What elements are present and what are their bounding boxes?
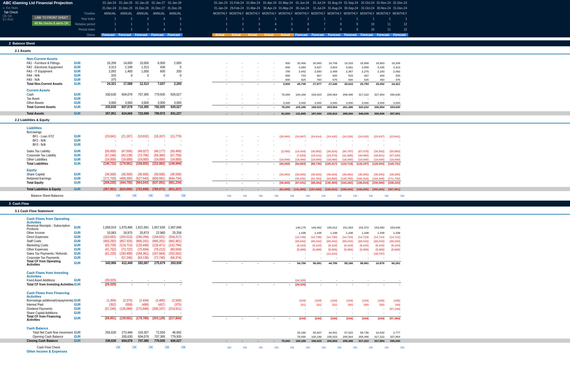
- monthly-col: 2: [229, 23, 245, 26]
- table-row: FA4 - N/AEUR3330000----80073366760053346…: [0, 73, 570, 77]
- monthly-col: 4: [261, 23, 278, 26]
- table-row: OKBalance Sheet BalancesOKOKOKOKOKOKOKOK…: [0, 193, 570, 198]
- annual-col: 31-Dec-25: [117, 7, 134, 10]
- monthly-col: MONTHLY: [310, 12, 327, 15]
- monthly-col: 30-Apr-24: [261, 7, 278, 10]
- monthly-col: 3: [245, 23, 261, 26]
- annual-col: 31-Dec-24: [101, 7, 117, 10]
- monthly-col: 2: [229, 28, 245, 31]
- annual-col: Forecast: [134, 33, 150, 36]
- monthly-col: 01-Feb-24: [229, 1, 245, 4]
- monthly-col: MONTHLY: [392, 12, 408, 15]
- monthly-col: Actual: [212, 33, 229, 36]
- monthly-col: 11: [376, 28, 392, 31]
- monthly-col: 10: [359, 23, 376, 26]
- annual-col: 31-Dec-26: [134, 7, 150, 10]
- annual-col: 4: [150, 28, 166, 31]
- link-front-sheet-button[interactable]: LINK TO FRONT SHEET: [32, 15, 71, 20]
- monthly-col: MONTHLY: [294, 12, 310, 15]
- monthly-col: 4: [261, 28, 278, 31]
- monthly-col: Forecast: [327, 33, 343, 36]
- monthly-col: 7: [310, 23, 327, 26]
- monthly-col: 31-Aug-24: [327, 7, 343, 10]
- monthly-col: 12: [392, 23, 408, 26]
- annual-col: 01-Jan-24: [101, 1, 117, 4]
- table-row: Borrowings additional/(repayments)EUR(1,…: [0, 298, 570, 302]
- monthly-col: 1: [294, 17, 310, 20]
- monthly-col: Forecast: [376, 33, 392, 36]
- table-row: Liabilities: [0, 126, 570, 130]
- monthly-col: 01-Nov-24: [376, 1, 392, 4]
- annual-col: 4: [150, 17, 166, 20]
- annual-col: ANNUAL: [117, 12, 134, 15]
- table-row: Staff CostsEUR(455,292)(857,325)(900,191…: [0, 239, 570, 243]
- monthly-col: 30-Sep-24: [343, 7, 359, 10]
- annual-col: 1: [101, 23, 117, 26]
- annual-col: 01-Jan-28: [166, 1, 183, 4]
- monthly-col: 6: [294, 28, 310, 31]
- monthly-col: 1: [392, 17, 408, 20]
- table-row: Dividend PaymentsEUR(57,240)(136,068)(17…: [0, 307, 570, 311]
- table-row: Cash Balance: [0, 326, 570, 330]
- annual-col: 1: [134, 23, 150, 26]
- monthly-col: 29-Feb-24: [229, 7, 245, 10]
- annual-col: Forecast: [117, 33, 134, 36]
- annual-col: ANNUAL: [101, 12, 117, 15]
- table-row: Total CF from Financing ActivitiesEUR(58…: [0, 315, 570, 321]
- monthly-col: 1: [229, 17, 245, 20]
- monthly-col: 30-Jun-24: [294, 7, 310, 10]
- table-row: Sales Tax Payments / RefundsEUR(61,220)(…: [0, 251, 570, 255]
- annual-col: 31-Dec-27: [150, 7, 166, 10]
- monthly-col: Actual: [229, 33, 245, 36]
- monthly-col: 01-Jan-24: [212, 1, 229, 4]
- table-row: Other Income & Expenses: [0, 349, 570, 353]
- monthly-col: 6: [294, 23, 310, 26]
- monthly-col: 01-Aug-24: [327, 1, 343, 4]
- table-row: FA2 - Electronic EquipmentEUR3,3132,1881…: [0, 65, 570, 69]
- file-checks-status: All file checks & alerts OK: [32, 21, 71, 26]
- monthly-col: 3: [245, 28, 261, 31]
- table-row: Retained EarningsEUR(171,720)(408,205)(5…: [0, 176, 570, 180]
- monthly-col: 1: [376, 17, 392, 20]
- monthly-col: 31-Jul-24: [310, 7, 327, 10]
- hdr-status-label: Status: [0, 33, 101, 36]
- monthly-col: 12: [392, 28, 408, 31]
- table-row: Total CF from Operating ActivitiesEUR343…: [0, 260, 570, 266]
- header: ABC iGaming Ltd Financial Projection 01-…: [0, 0, 570, 37]
- monthly-col: 01-Oct-24: [359, 1, 376, 4]
- annual-col: 01-Jan-27: [150, 1, 166, 4]
- table-row: Total EquityEUR(208,220)(444,705)(564,04…: [0, 180, 570, 185]
- table-row: Non-Current Assets: [0, 57, 570, 61]
- monthly-col: 10: [359, 28, 376, 31]
- table-row: Closing Cash BalanceEUR330,630604,078707…: [0, 339, 570, 343]
- monthly-col: 1: [261, 17, 278, 20]
- monthly-col: 1: [278, 17, 294, 20]
- monthly-col: 1: [343, 17, 359, 20]
- section-2-header: 2 Balance Sheet: [0, 40, 570, 46]
- annual-col: 5: [166, 28, 183, 31]
- section-2-1: 2.1 Assets: [0, 48, 570, 54]
- annual-col: Forecast: [150, 33, 166, 36]
- table-row: BF1 - Loan XYZEUR(23,641)(21,267)(18,832…: [0, 134, 570, 138]
- tab-check-panel: Tab Check OK OK Err Alert LINK TO FRONT …: [1, 9, 73, 28]
- monthly-col: 30-Nov-24: [376, 7, 392, 10]
- table-row: Fixed Asset AdditionsEUR(29,325)----(29,…: [0, 278, 570, 282]
- annual-col: 3: [134, 17, 150, 20]
- monthly-col: 31-Jan-24: [212, 7, 229, 10]
- section-2-2: 2.2 Liabilities & Equity: [0, 117, 570, 123]
- table-row: Other ExpensesEUR(41,752)(73,722)(75,934…: [0, 247, 570, 251]
- monthly-col: 01-Jul-24: [310, 1, 327, 4]
- monthly-col: 01-Apr-24: [261, 1, 278, 4]
- monthly-col: 31-Dec-24: [392, 7, 408, 10]
- monthly-col: Actual: [245, 33, 261, 36]
- monthly-col: 9: [343, 23, 359, 26]
- monthly-col: 01-Jun-24: [294, 1, 310, 4]
- monthly-col: MONTHLY: [376, 12, 392, 15]
- monthly-col: MONTHLY: [261, 12, 278, 15]
- monthly-col: 31-Oct-24: [359, 7, 376, 10]
- annual-col: 1: [150, 23, 166, 26]
- annual-col: 2: [117, 28, 134, 31]
- section-3-1: 3.1 Cash Flow Statement: [0, 208, 570, 215]
- monthly-col: 31-Mar-24: [245, 7, 261, 10]
- monthly-col: 31-May-24: [278, 7, 294, 10]
